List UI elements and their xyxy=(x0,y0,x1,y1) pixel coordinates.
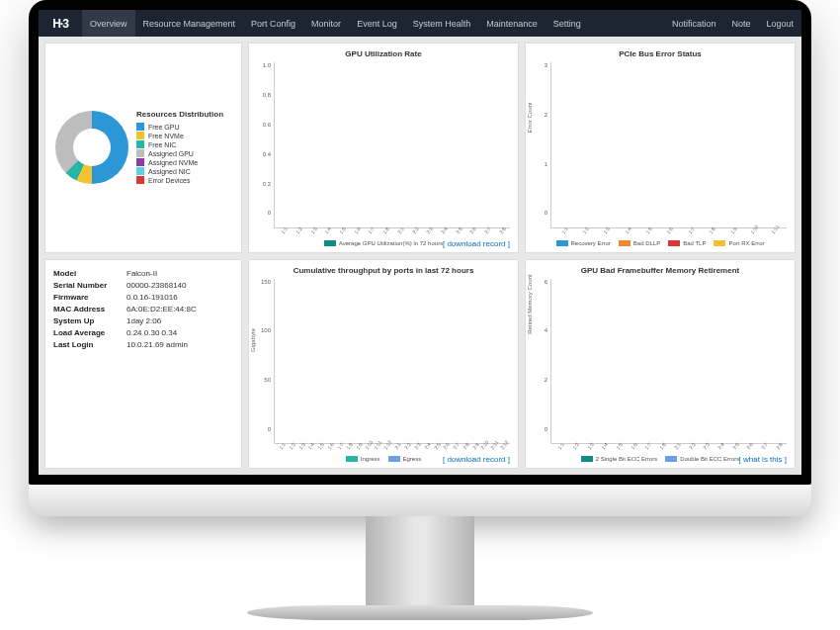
nav-notification[interactable]: Notification xyxy=(664,10,724,37)
info-row: Serial Number00000-23868140 xyxy=(53,281,233,290)
legend-item: Error Devices xyxy=(136,176,233,184)
nav-system-health[interactable]: System Health xyxy=(405,10,479,37)
nav-logout[interactable]: Logout xyxy=(758,10,801,37)
legend-item: Free NIC xyxy=(136,140,233,148)
info-row: Last Login10.0.21.69 admin xyxy=(53,340,233,349)
donut-chart xyxy=(55,111,128,184)
card-title: Cumulative throughput by ports in last 7… xyxy=(257,266,510,275)
top-nav: H·3 OverviewResource ManagementPort Conf… xyxy=(39,10,801,37)
card-title: GPU Bad Framebuffer Memory Retirement xyxy=(534,266,787,275)
app-window: H·3 OverviewResource ManagementPort Conf… xyxy=(39,10,801,475)
whatis-link[interactable]: [ what is this ] xyxy=(739,455,787,464)
legend-item: Bad DLLP xyxy=(619,240,660,246)
nav-resource-management[interactable]: Resource Management xyxy=(135,10,244,37)
legend-item: Port RX Error xyxy=(714,240,764,246)
info-row: Load Average0.24 0.30 0.34 xyxy=(53,328,233,337)
nav-maintenance[interactable]: Maintenance xyxy=(478,10,546,37)
card-title: GPU Utilization Rate xyxy=(257,49,510,58)
monitor-stand xyxy=(366,516,474,605)
monitor-frame: H·3 OverviewResource ManagementPort Conf… xyxy=(29,0,811,485)
info-row: MAC Address6A:0E:D2:EE:44:8C xyxy=(53,305,233,314)
legend-item: Ingress xyxy=(346,456,380,462)
legend-item: Assigned NVMe xyxy=(136,158,233,166)
legend-item: Assigned NIC xyxy=(136,167,233,175)
legend-item: Average GPU Utilization(%) in 72 hours xyxy=(324,240,443,246)
download-link[interactable]: [ download record ] xyxy=(443,239,510,248)
nav-overview[interactable]: Overview xyxy=(82,10,135,37)
info-row: System Up1day 2:06 xyxy=(53,316,233,325)
nav-note[interactable]: Note xyxy=(723,10,758,37)
info-row: ModelFalcon-II xyxy=(53,269,233,278)
monitor-base xyxy=(247,605,593,620)
legend-item: Free NVMe xyxy=(136,132,233,139)
nav-port-config[interactable]: Port Config xyxy=(243,10,303,37)
card-title: Resources Distribution xyxy=(136,110,233,119)
legend-item: Bad TLP xyxy=(668,240,706,246)
card-pcie: PCIe Bus Error Status 3210Error Count1:1… xyxy=(525,43,796,253)
card-gpu-util: GPU Utilization Rate 1.00.80.60.40.201:1… xyxy=(248,43,519,253)
card-resources: Resources Distribution Free GPUFree NVMe… xyxy=(44,43,242,253)
legend-item: 2 Single Bit ECC Errors xyxy=(581,456,658,462)
dashboard-content: Resources Distribution Free GPUFree NVMe… xyxy=(39,37,801,475)
card-title: PCIe Bus Error Status xyxy=(534,49,787,58)
legend-item: Free GPU xyxy=(136,123,233,131)
monitor-chin xyxy=(29,485,811,516)
nav-monitor[interactable]: Monitor xyxy=(303,10,349,37)
card-throughput: Cumulative throughput by ports in last 7… xyxy=(248,259,519,470)
legend-item: Egress xyxy=(388,456,422,462)
legend-item: Double Bit ECC Errors xyxy=(665,456,739,462)
legend-item: Assigned GPU xyxy=(136,149,233,157)
card-framebuffer: GPU Bad Framebuffer Memory Retirement 64… xyxy=(525,259,796,470)
nav-setting[interactable]: Setting xyxy=(546,10,589,37)
card-system-info: ModelFalcon-IISerial Number00000-2386814… xyxy=(44,259,242,470)
logo: H·3 xyxy=(39,17,82,31)
info-row: Firmware0.0.16-191016 xyxy=(53,293,233,302)
nav-event-log[interactable]: Event Log xyxy=(349,10,405,37)
download-link[interactable]: [ download record ] xyxy=(443,455,510,464)
legend-item: Recovery Error xyxy=(556,240,611,246)
